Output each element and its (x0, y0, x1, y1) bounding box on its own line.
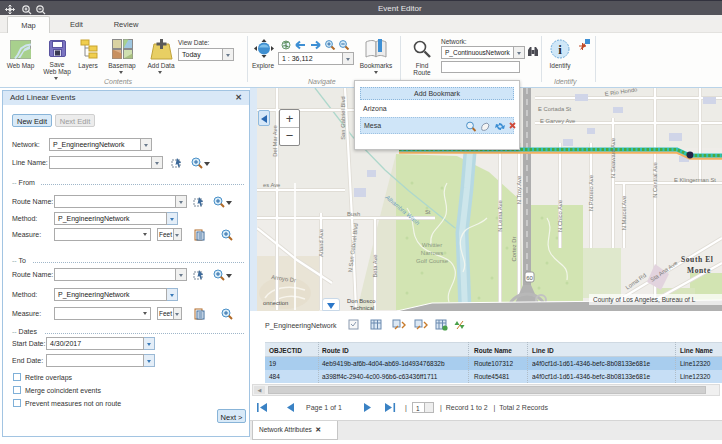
svg-text:N Chico Ave: N Chico Ave (557, 200, 563, 232)
svg-text:E Cortada St: E Cortada St (538, 106, 572, 112)
svg-text:es Ave: es Ave (263, 182, 280, 188)
svg-text:San Gabriel Blvd: San Gabriel Blvd (340, 96, 346, 140)
svg-text:N Lema Ave: N Lema Ave (497, 200, 503, 231)
svg-text:E Klingerman St: E Klingerman St (674, 177, 716, 183)
svg-text:Cortez Dr: Cortez Dr (511, 237, 517, 262)
svg-text:St: St (425, 209, 431, 215)
svg-text:E Garvey Ave: E Garvey Ave (540, 118, 575, 124)
svg-text:Del Mar Ave: Del Mar Ave (272, 125, 278, 156)
svg-text:N Troy Ave: N Troy Ave (516, 176, 522, 204)
svg-text:South El: South El (681, 255, 714, 264)
svg-text:onnection: onnection (263, 300, 288, 306)
svg-text:Arland Ave: Arland Ave (318, 229, 324, 257)
svg-text:N Potrero Ave: N Potrero Ave (588, 175, 594, 211)
svg-text:Whittier: Whittier (422, 242, 442, 248)
svg-text:N Marcel Ave: N Marcel Ave (621, 196, 627, 230)
svg-text:Bush: Bush (347, 211, 360, 217)
svg-text:N Seaward Ave: N Seaward Ave (610, 138, 616, 178)
svg-text:Narrows: Narrows (421, 250, 443, 256)
svg-text:N Central Ave: N Central Ave (652, 162, 658, 198)
svg-text:County of Los Angeles, Bureau: County of Los Angeles, Bureau of L (593, 296, 696, 304)
svg-text:Don Bosco: Don Bosco (347, 298, 375, 304)
svg-text:Beta Ave: Beta Ave (372, 254, 378, 277)
svg-text:60: 60 (526, 275, 533, 281)
svg-text:i: i (558, 42, 562, 57)
svg-text:Monte: Monte (687, 266, 711, 275)
svg-text:Golf Course: Golf Course (416, 258, 449, 264)
